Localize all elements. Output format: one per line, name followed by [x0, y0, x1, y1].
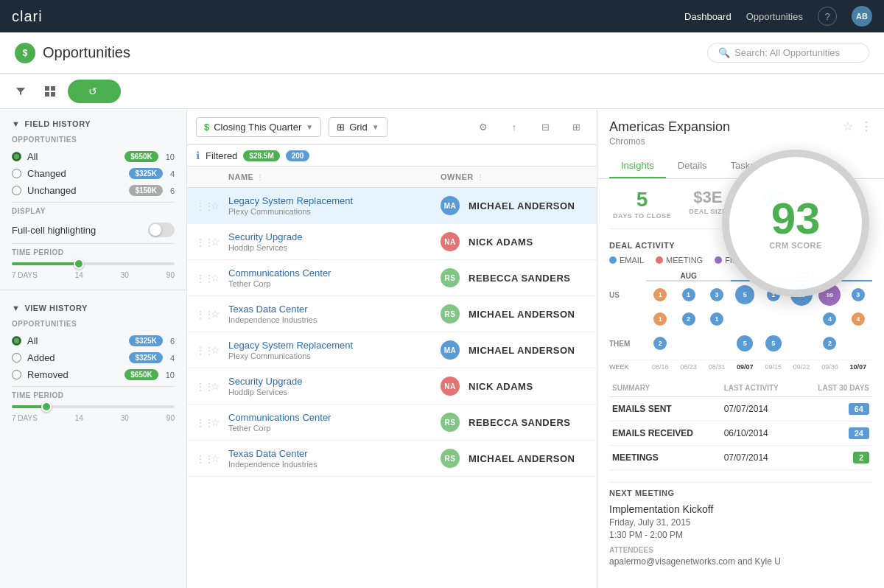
view-removed-radio[interactable] — [12, 370, 21, 379]
table-row[interactable]: ⋮⋮ ☆ Legacy System Replacement Plexy Com… — [187, 188, 597, 224]
help-icon[interactable]: ? — [818, 7, 837, 26]
settings-button[interactable]: ⚙ — [471, 115, 495, 139]
activity-bubble[interactable]: 3 — [852, 288, 865, 301]
drag-handle[interactable]: ⋮⋮ — [196, 309, 211, 320]
star-toggle[interactable]: ☆ — [211, 452, 228, 464]
closing-quarter-dropdown[interactable]: $ Closing This Quarter ▼ — [196, 117, 321, 137]
activity-bubble[interactable]: 1 — [653, 312, 667, 326]
more-options-icon[interactable]: ⋮ — [860, 119, 872, 133]
time-slider[interactable] — [12, 262, 175, 265]
drag-handle[interactable]: ⋮⋮ — [196, 345, 211, 356]
view-added-radio[interactable] — [12, 353, 21, 363]
table-row[interactable]: ⋮⋮ ☆ Texas Data Center Independence Indu… — [187, 441, 597, 477]
row-deal-info: Communications Center Tether Corp — [228, 412, 441, 433]
star-toggle[interactable]: ☆ — [211, 344, 228, 356]
view-all-radio[interactable] — [12, 336, 21, 346]
star-toggle[interactable]: ☆ — [211, 416, 228, 428]
grid-dropdown[interactable]: ⊞ Grid ▼ — [329, 117, 387, 137]
star-toggle[interactable]: ☆ — [211, 236, 228, 248]
name-col-header[interactable]: NAME ⋮ — [228, 172, 441, 181]
slider-thumb[interactable] — [74, 259, 84, 269]
activity-bubble[interactable]: 3 — [710, 288, 723, 301]
filter-unchanged-radio[interactable] — [12, 186, 21, 195]
view-all-row[interactable]: All $325K 6 — [12, 332, 175, 349]
upload-button[interactable]: ↑ — [502, 115, 526, 139]
time2-7days: 7 DAYS — [12, 414, 38, 422]
drag-handle[interactable]: ⋮⋮ — [196, 417, 211, 428]
dollar-icon: $ — [204, 122, 209, 133]
table-row[interactable]: ⋮⋮ ☆ Texas Data Center Independence Indu… — [187, 296, 597, 332]
star-toggle[interactable]: ☆ — [211, 308, 228, 320]
amount-filter-badge[interactable]: $28.5M — [243, 150, 279, 161]
table-row[interactable]: ⋮⋮ ☆ Communications Center Tether Corp R… — [187, 405, 597, 441]
view-all-count: 6 — [170, 337, 175, 346]
filter-all-radio[interactable] — [12, 152, 21, 161]
view-removed-row[interactable]: Removed $650K 10 — [12, 366, 175, 383]
star-toggle[interactable]: ☆ — [211, 272, 228, 284]
chevron-down-icon-3: ▼ — [306, 123, 313, 131]
drag-handle[interactable]: ⋮⋮ — [196, 381, 211, 392]
table-row[interactable]: ⋮⋮ ☆ Communications Center Tether Corp R… — [187, 260, 597, 296]
tab-insights[interactable]: Insights — [609, 154, 666, 178]
filter-unchanged-row[interactable]: Unchanged $150K 6 — [12, 182, 175, 199]
activity-bubble[interactable]: 5 — [737, 335, 753, 351]
field-history-header[interactable]: ▼ FIELD HISTORY — [12, 119, 175, 128]
cell-3: 3 — [703, 288, 731, 301]
week-6: 09/22 — [787, 363, 815, 371]
summary-row-emails-sent: EMAILS SENT 07/07/2014 64 — [609, 397, 872, 421]
activity-bubble[interactable]: 2 — [653, 337, 667, 350]
filter-button[interactable] — [9, 80, 32, 103]
user-avatar[interactable]: AB — [852, 6, 872, 27]
drag-handle[interactable]: ⋮⋮ — [196, 200, 211, 211]
activity-bubble[interactable]: 1 — [710, 312, 723, 326]
time-slider-2[interactable] — [12, 405, 175, 408]
activity-bubble[interactable]: 16 — [790, 284, 813, 306]
activity-bubble[interactable]: 5 — [765, 335, 782, 351]
files-legend-label: FILES — [725, 256, 748, 265]
activity-bubble[interactable]: 4 — [852, 312, 865, 326]
time-30: 30 — [121, 271, 129, 279]
tab-tasks[interactable]: Tasks — [719, 154, 767, 178]
filter-changed-row[interactable]: Changed $325K 4 — [12, 165, 175, 182]
activity-bubble[interactable]: 1 — [653, 288, 667, 301]
split-button[interactable]: ⊞ — [564, 115, 588, 139]
drag-handle[interactable]: ⋮⋮ — [196, 453, 211, 464]
cell-2: 1 — [674, 288, 702, 301]
activity-bubble[interactable]: 1 — [682, 288, 695, 301]
drag-handle[interactable]: ⋮⋮ — [196, 273, 211, 284]
activity-bubble[interactable]: 2 — [823, 337, 836, 350]
columns-button[interactable]: ⊟ — [533, 115, 557, 139]
slider-thumb-2[interactable] — [41, 402, 52, 412]
filter-changed-radio[interactable] — [12, 169, 21, 178]
filter-all-row[interactable]: All $650K 10 — [12, 148, 175, 165]
owner-col-header[interactable]: OWNER ⋮ — [441, 172, 588, 181]
history-button[interactable]: ↺ — [68, 80, 121, 103]
highlighting-toggle[interactable] — [148, 223, 175, 237]
activity-bubble[interactable]: 1 — [767, 288, 780, 301]
grid-view-button[interactable] — [38, 80, 62, 103]
table-row[interactable]: ⋮⋮ ☆ Security Upgrade Hoddip Services NA… — [187, 224, 597, 260]
star-toggle[interactable]: ☆ — [211, 380, 228, 392]
cell-5: 1 — [760, 288, 787, 301]
view-history-header[interactable]: ▼ VIEW HISTORY — [12, 304, 175, 312]
table-row[interactable]: ⋮⋮ ☆ Legacy System Replacement Plexy Com… — [187, 332, 597, 368]
attendees-label: ATTENDEES — [609, 546, 872, 554]
nav-link-dashboard[interactable]: Dashboard — [684, 11, 732, 22]
star-favorite-icon[interactable]: ☆ — [843, 119, 853, 133]
nav-link-opportunities[interactable]: Opportunities — [746, 11, 803, 22]
activity-bubble[interactable]: 99 — [818, 284, 841, 306]
sidebar-divider-3 — [0, 290, 186, 290]
tab-details[interactable]: Details — [666, 154, 719, 178]
cell-extra-7: 4 — [815, 312, 843, 326]
activity-bubble[interactable]: 5 — [735, 285, 754, 304]
count-filter-badge[interactable]: 200 — [286, 150, 310, 161]
search-bar[interactable]: 🔍 Search: All Opportunities — [707, 43, 869, 63]
drag-handle[interactable]: ⋮⋮ — [196, 237, 211, 248]
table-row[interactable]: ⋮⋮ ☆ Security Upgrade Hoddip Services NA… — [187, 368, 597, 405]
view-added-row[interactable]: Added $325K 4 — [12, 349, 175, 366]
activity-bubble[interactable]: 2 — [682, 312, 695, 326]
week-5: 09/15 — [760, 363, 787, 371]
activity-bubble[interactable]: 4 — [823, 312, 836, 326]
star-toggle[interactable]: ☆ — [211, 200, 228, 211]
time-period-label: TIME PERIOD — [12, 248, 175, 256]
